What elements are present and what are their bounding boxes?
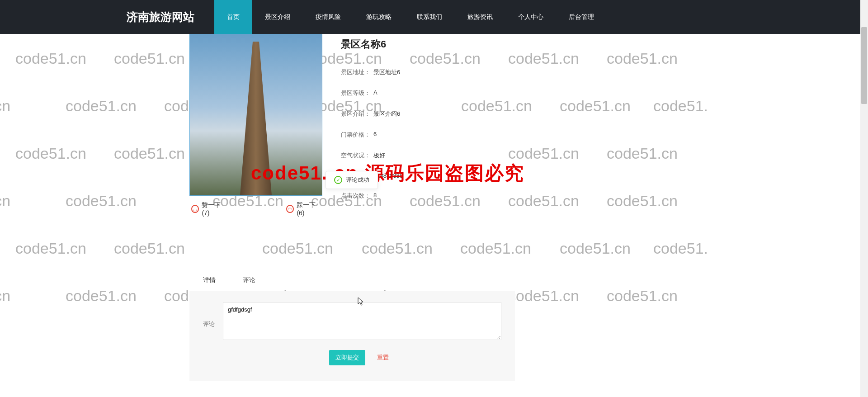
field-value: 8 [373, 192, 377, 200]
nav-contact[interactable]: 联系我们 [404, 0, 455, 34]
nav-scenic[interactable]: 景区介绍 [252, 0, 303, 34]
reset-button[interactable]: 重置 [371, 350, 395, 365]
site-title: 济南旅游网站 [127, 9, 194, 24]
comment-label: 评论 [203, 302, 217, 365]
tab-detail[interactable]: 详情 [189, 271, 229, 291]
field-value: 景区地址6 [373, 68, 400, 76]
field-value: 6 [373, 131, 377, 139]
tabs: 详情 评论 [189, 271, 515, 291]
header-bar: 济南旅游网站 首页 景区介绍 疫情风险 游玩攻略 联系我们 旅游资讯 个人中心 … [0, 0, 868, 34]
field-label: 点击次数： [341, 192, 373, 200]
scenic-image [189, 34, 322, 196]
scrollbar[interactable] [860, 0, 868, 381]
comment-panel: 评论 立即提交 重置 [189, 291, 515, 381]
nav-profile[interactable]: 个人中心 [505, 0, 556, 34]
check-circle-icon: ✓ [334, 176, 342, 184]
field-value: 极好 [373, 151, 385, 160]
tab-comment[interactable]: 评论 [229, 271, 269, 291]
field-value: A [373, 89, 377, 97]
nav-news[interactable]: 旅游资讯 [455, 0, 505, 34]
nav-home[interactable]: 首页 [214, 0, 252, 34]
dislike-button[interactable]: ◠ 踩一下(6) [286, 201, 322, 217]
field-label: 景区等级： [341, 89, 373, 97]
frown-icon: ◠ [286, 205, 294, 213]
scroll-thumb[interactable] [861, 27, 867, 104]
like-label: 赞一下(7) [202, 201, 227, 217]
success-toast: ✓ 评论成功 [326, 171, 378, 189]
comment-textarea[interactable] [223, 302, 501, 340]
scenic-title: 景区名称6 [341, 34, 522, 62]
toast-message: 评论成功 [346, 176, 369, 184]
field-label: 景区介绍： [341, 110, 373, 118]
like-button[interactable]: ◡ 赞一下(7) [191, 201, 227, 217]
nav-admin[interactable]: 后台管理 [556, 0, 607, 34]
field-value: 景区介绍6 [373, 110, 400, 118]
nav-menu: 首页 景区介绍 疫情风险 游玩攻略 联系我们 旅游资讯 个人中心 后台管理 [214, 0, 607, 34]
nav-epidemic[interactable]: 疫情风险 [303, 0, 354, 34]
nav-guide[interactable]: 游玩攻略 [354, 0, 404, 34]
field-label: 景区地址： [341, 68, 373, 76]
submit-button[interactable]: 立即提交 [329, 350, 365, 365]
smile-icon: ◡ [191, 205, 199, 213]
dislike-label: 踩一下(6) [297, 201, 322, 217]
field-label: 空气状况： [341, 151, 373, 160]
field-label: 门票价格： [341, 131, 373, 139]
